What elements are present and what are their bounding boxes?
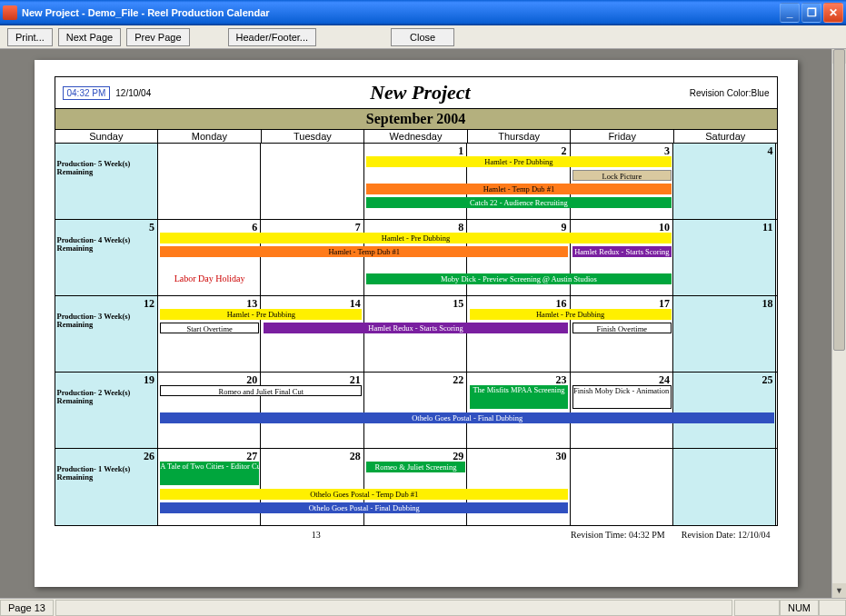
preview-pane[interactable]: 04:32 PM 12/10/04 New Project Revision C… (0, 49, 831, 598)
day-cell: 9 (467, 220, 570, 295)
app-icon (3, 5, 17, 20)
report-time: 04:32 PM (63, 86, 111, 100)
day-number: 22 (453, 373, 463, 387)
day-number: 3 (664, 144, 670, 158)
day-cell (158, 144, 261, 219)
day-headers: SundayMondayTuesdayWednesdayThursdayFrid… (55, 130, 777, 144)
close-button[interactable]: Close (391, 28, 454, 46)
day-number: 26 (144, 450, 154, 463)
day-cell: 19Production- 2 Week(s) Remaining (55, 373, 158, 448)
close-window-button[interactable]: ✕ (823, 3, 843, 23)
day-cell: 29 (364, 449, 467, 525)
status-blank-1 (734, 600, 780, 616)
day-cell: 17 (571, 296, 673, 372)
day-cell: 8 (364, 220, 467, 295)
title-bar: New Project - Demo_File - Reel Productio… (0, 0, 846, 25)
day-number: 23 (556, 373, 567, 387)
day-header: Sunday (55, 130, 159, 143)
day-header: Thursday (468, 130, 572, 143)
day-number: 9 (562, 221, 567, 234)
report-header: 04:32 PM 12/10/04 New Project Revision C… (55, 76, 778, 109)
day-number: 28 (350, 450, 361, 463)
day-number: 2 (562, 144, 567, 158)
production-week-label: Production- 4 Week(s) Remaining (57, 236, 139, 253)
scroll-down-arrow[interactable]: ▼ (832, 583, 846, 598)
header-footer-button[interactable]: Header/Footer... (228, 28, 317, 46)
day-number: 5 (149, 221, 154, 234)
day-cell: 16 (467, 296, 570, 372)
day-number: 13 (246, 297, 257, 311)
production-week-label: Production- 5 Week(s) Remaining (57, 160, 139, 177)
status-blank-2 (819, 600, 846, 616)
day-cell: 10 (571, 220, 673, 295)
day-number: 10 (659, 221, 670, 234)
day-number: 19 (144, 373, 154, 387)
day-number: 17 (659, 297, 670, 311)
report-title: New Project (151, 81, 689, 104)
report-page: 04:32 PM 12/10/04 New Project Revision C… (35, 60, 798, 587)
day-cell: 18 (673, 296, 776, 372)
day-header: Tuesday (262, 130, 365, 143)
content-area: 04:32 PM 12/10/04 New Project Revision C… (0, 49, 846, 598)
calendar-week: 26Production- 1 Week(s) Remaining2728293… (55, 449, 777, 525)
day-cell: 11 (673, 220, 776, 295)
status-bar: Page 13 NUM (0, 598, 846, 616)
day-header: Saturday (674, 130, 777, 143)
revision-date: Revision Date: 12/10/04 (682, 530, 771, 540)
day-number: 1 (458, 144, 463, 158)
day-number: 6 (252, 221, 257, 234)
page-number: 13 (62, 530, 572, 540)
day-number: 25 (761, 373, 772, 387)
production-week-label: Production- 1 Week(s) Remaining (57, 465, 139, 482)
production-week-label: Production- 3 Week(s) Remaining (57, 313, 139, 330)
day-cell: Production- 5 Week(s) Remaining (55, 144, 158, 219)
scroll-thumb[interactable] (833, 49, 845, 351)
report-date: 12/10/04 (115, 88, 151, 98)
next-page-button[interactable]: Next Page (58, 28, 121, 46)
day-cell: 28 (261, 449, 363, 525)
maximize-button[interactable]: ❐ (801, 3, 821, 23)
day-number: 16 (556, 297, 567, 311)
day-cell: 5Production- 4 Week(s) Remaining (55, 220, 158, 295)
day-cell: 26Production- 1 Week(s) Remaining (55, 449, 158, 525)
day-number: 4 (767, 144, 772, 158)
minimize-button[interactable]: _ (780, 3, 800, 23)
day-cell: 13 (158, 296, 261, 372)
calendar-weeks: Production- 5 Week(s) Remaining1234Hamle… (55, 144, 777, 525)
calendar-week: Production- 5 Week(s) Remaining1234Hamle… (55, 144, 777, 220)
calendar-week: 5Production- 4 Week(s) Remaining67891011… (55, 220, 777, 296)
day-header: Friday (571, 130, 674, 143)
day-number: 27 (246, 450, 257, 463)
day-number: 15 (453, 297, 463, 311)
day-cell: 22 (364, 373, 467, 448)
day-cell: 21 (261, 373, 363, 448)
status-page: Page 13 (0, 600, 54, 616)
day-number: 12 (144, 297, 154, 311)
day-cell: 20 (158, 373, 261, 448)
day-number: 20 (246, 373, 257, 387)
day-cell: 4 (673, 144, 776, 219)
day-cell (261, 144, 363, 219)
calendar: September 2004 SundayMondayTuesdayWednes… (55, 109, 778, 526)
day-header: Wednesday (364, 130, 468, 143)
prev-page-button[interactable]: Prev Page (126, 28, 189, 46)
day-cell: 7 (261, 220, 363, 295)
day-cell: 15 (364, 296, 467, 372)
day-cell: 6 (158, 220, 261, 295)
day-cell: 30 (467, 449, 570, 525)
day-number: 11 (762, 221, 772, 234)
day-number: 29 (453, 450, 463, 463)
vertical-scrollbar[interactable]: ▲ ▼ (831, 49, 846, 598)
day-cell: 14 (261, 296, 363, 372)
day-cell (673, 449, 776, 525)
day-cell: 1 (364, 144, 467, 219)
day-cell: 25 (673, 373, 776, 448)
window-controls: _ ❐ ✕ (780, 3, 843, 23)
print-button[interactable]: Print... (7, 28, 53, 46)
day-cell: 27 (158, 449, 261, 525)
window-title: New Project - Demo_File - Reel Productio… (22, 7, 270, 18)
revision-time: Revision Time: 04:32 PM (571, 530, 665, 540)
day-header: Monday (158, 130, 262, 143)
day-number: 30 (556, 450, 567, 463)
day-cell (571, 449, 673, 525)
